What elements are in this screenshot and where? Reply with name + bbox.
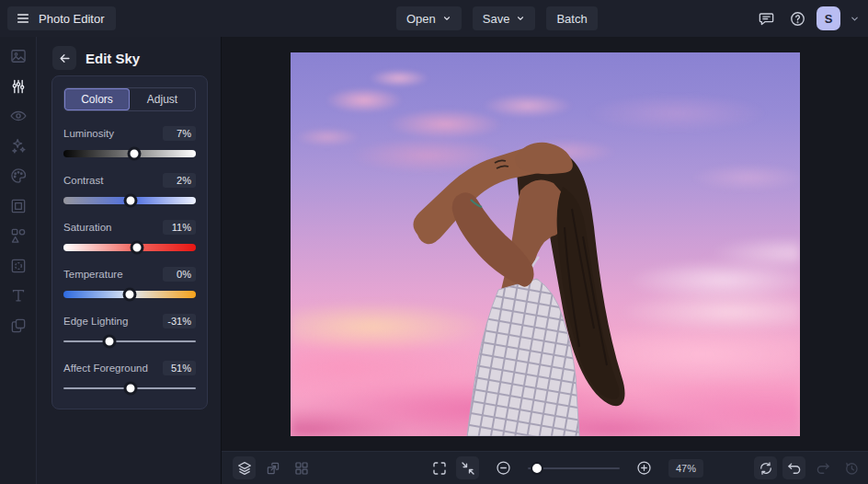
sidebar-item-artsy[interactable] <box>6 167 30 185</box>
back-button[interactable] <box>52 46 76 70</box>
help-icon <box>789 10 806 28</box>
history-icon <box>843 460 860 477</box>
photo-icon <box>9 47 28 65</box>
sidebar-item-graphics[interactable] <box>6 226 30 245</box>
slider-value[interactable]: 51% <box>163 361 196 375</box>
grid-button[interactable] <box>290 456 313 479</box>
slider-label: Affect Foreground <box>63 363 148 374</box>
slider-value[interactable]: 7% <box>163 126 196 141</box>
arrow-left-icon <box>58 52 72 65</box>
main-menu-button[interactable]: Photo Editor <box>7 6 116 30</box>
batch-button[interactable]: Batch <box>546 6 597 30</box>
copies-icon <box>9 317 28 335</box>
resize-button[interactable] <box>261 456 284 479</box>
panel-title: Edit Sky <box>86 51 140 66</box>
sync-button[interactable] <box>754 456 777 479</box>
undo-button[interactable] <box>782 456 805 479</box>
sidebar-item-adjust[interactable] <box>6 77 30 96</box>
zoom-slider-knob[interactable] <box>531 462 543 475</box>
bottom-bar: 47% <box>222 451 868 484</box>
redo-button[interactable] <box>811 456 834 479</box>
slider-track[interactable] <box>63 287 196 302</box>
text-icon <box>9 286 28 305</box>
fit-screen-button[interactable] <box>456 456 479 479</box>
zoom-in-icon <box>635 459 653 477</box>
slider-knob[interactable] <box>102 335 116 349</box>
slider-value[interactable]: 0% <box>163 267 196 282</box>
sidebar-item-effects[interactable] <box>6 137 30 156</box>
zoom-out-button[interactable] <box>492 456 515 479</box>
account-menu-button[interactable] <box>848 6 861 30</box>
top-right-controls: S <box>754 6 861 30</box>
edit-panel: Edit Sky Colors Adjust Luminosity 7% <box>37 37 221 484</box>
effects-sparkles-icon <box>9 137 28 156</box>
sidebar-item-touchup[interactable] <box>6 107 30 125</box>
photo-editor-app: Photo Editor Open Save Batch S <box>0 0 868 484</box>
grid-icon <box>293 460 310 477</box>
slider-track[interactable] <box>63 334 196 349</box>
help-button[interactable] <box>785 6 809 30</box>
sync-icon <box>758 460 774 477</box>
slider-label: Contrast <box>63 175 103 186</box>
tab-group: Colors Adjust <box>63 87 196 111</box>
menu-icon <box>16 11 30 26</box>
sidebar-item-frames[interactable] <box>6 197 30 215</box>
slider-knob[interactable] <box>124 382 138 396</box>
view-tools <box>233 456 313 479</box>
app-title: Photo Editor <box>39 12 105 26</box>
slider-knob[interactable] <box>124 194 138 208</box>
save-button[interactable]: Save <box>473 6 536 30</box>
photo-canvas[interactable] <box>291 52 800 436</box>
sidebar-item-overlays[interactable] <box>6 257 30 275</box>
texture-icon <box>9 257 28 275</box>
shapes-icon <box>9 226 28 245</box>
slider-contrast: Contrast 2% <box>63 173 196 208</box>
slider-label: Edge Lighting <box>63 316 128 327</box>
undo-icon <box>786 460 803 477</box>
slider-value[interactable]: 2% <box>163 173 196 188</box>
slider-label: Luminosity <box>63 128 114 139</box>
zoom-slider[interactable] <box>528 461 620 476</box>
avatar[interactable]: S <box>817 6 840 30</box>
zoom-in-button[interactable] <box>633 456 656 479</box>
slider-track[interactable] <box>63 240 196 255</box>
open-button[interactable]: Open <box>396 6 462 30</box>
history-controls <box>754 456 862 479</box>
slider-value[interactable]: 11% <box>163 220 196 235</box>
main-area: Edit Sky Colors Adjust Luminosity 7% <box>0 37 868 484</box>
layers-button[interactable] <box>233 456 256 479</box>
chevron-down-icon <box>442 14 451 23</box>
tab-adjust[interactable]: Adjust <box>130 88 195 110</box>
canvas-area: 47% <box>221 37 868 484</box>
sky-settings-card: Colors Adjust Luminosity 7% Contras <box>51 75 208 409</box>
expand-icon <box>431 460 448 477</box>
zoom-controls: 47% <box>428 456 703 479</box>
sidebar-item-layers[interactable] <box>6 317 30 335</box>
chevron-down-icon <box>850 14 860 24</box>
sidebar-item-photo[interactable] <box>6 47 30 65</box>
chevron-down-icon <box>516 14 525 23</box>
slider-track[interactable] <box>63 146 196 161</box>
slider-knob[interactable] <box>123 288 137 302</box>
slider-label: Temperature <box>63 269 123 280</box>
layers-icon <box>236 460 253 477</box>
slider-track[interactable] <box>63 193 196 208</box>
eye-icon <box>9 107 28 125</box>
history-button[interactable] <box>839 456 862 479</box>
subject-figure <box>291 52 800 436</box>
resize-icon <box>265 460 281 477</box>
zoom-value[interactable]: 47% <box>668 459 703 478</box>
file-actions: Open Save Batch <box>396 6 598 30</box>
slider-value[interactable]: -31% <box>163 314 196 328</box>
slider-label: Saturation <box>63 222 111 233</box>
fit-screen-icon <box>460 460 476 477</box>
sidebar-item-text[interactable] <box>6 286 30 305</box>
fullscreen-button[interactable] <box>428 456 451 479</box>
slider-knob[interactable] <box>130 241 143 255</box>
slider-track[interactable] <box>63 381 196 396</box>
slider-luminosity: Luminosity 7% <box>63 126 196 161</box>
feedback-button[interactable] <box>754 6 778 30</box>
slider-knob[interactable] <box>128 147 142 161</box>
tab-colors[interactable]: Colors <box>64 88 130 110</box>
top-bar: Photo Editor Open Save Batch S <box>0 0 868 37</box>
